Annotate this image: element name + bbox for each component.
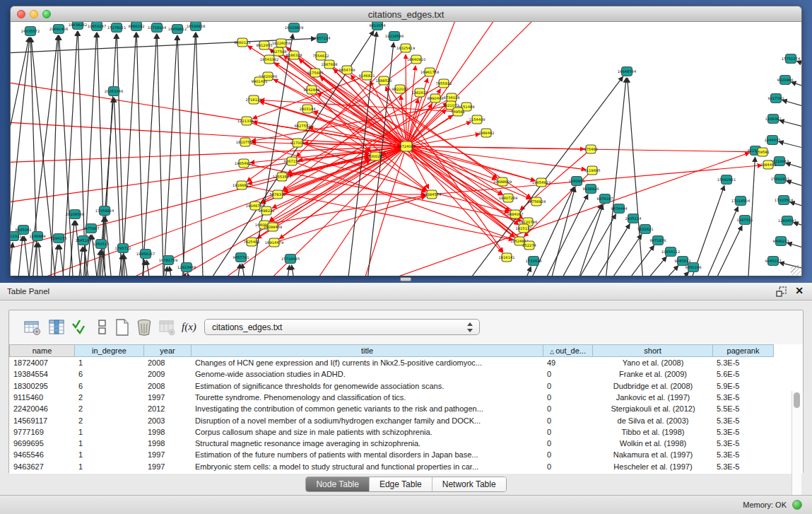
graph-edge[interactable] — [28, 243, 37, 276]
graph-node[interactable] — [298, 122, 307, 130]
graph-node[interactable] — [758, 148, 767, 156]
graph-node[interactable] — [96, 240, 107, 249]
graph-edge[interactable] — [231, 264, 240, 276]
graph-edge[interactable] — [792, 82, 801, 95]
graph-node[interactable] — [498, 177, 507, 186]
graph-node[interactable] — [182, 263, 192, 272]
graph-node[interactable] — [118, 244, 129, 253]
graph-edge[interactable] — [693, 226, 742, 276]
graph-node[interactable] — [109, 87, 119, 96]
graph-node[interactable] — [242, 117, 252, 125]
graph-node[interactable] — [302, 105, 312, 113]
graph-node[interactable] — [510, 210, 520, 218]
graph-node[interactable] — [503, 194, 513, 202]
graph-edge[interactable] — [412, 146, 756, 152]
float-panel-icon[interactable] — [776, 286, 787, 297]
function-builder-icon[interactable]: f(x) — [182, 318, 200, 337]
graph-node[interactable] — [425, 68, 435, 76]
graph-node[interactable] — [529, 257, 539, 266]
graph-node[interactable] — [250, 201, 260, 210]
graph-node[interactable] — [519, 224, 529, 233]
graph-node[interactable] — [614, 204, 625, 214]
graph-edge[interactable] — [505, 267, 531, 276]
column-settings-icon[interactable] — [23, 318, 42, 337]
graph-edge[interactable] — [623, 266, 678, 276]
network-table-select[interactable]: citations_edges.txt — [204, 319, 480, 335]
graph-node[interactable] — [268, 223, 278, 231]
graph-node[interactable] — [775, 157, 785, 166]
graph-node[interactable] — [415, 88, 425, 97]
graph-node[interactable] — [628, 214, 639, 223]
network-graph[interactable]: 2403557220691406196382621065328715276021… — [11, 22, 801, 276]
graph-node[interactable] — [286, 255, 296, 264]
graph-node[interactable] — [453, 107, 463, 116]
canvas-resize-grip[interactable] — [791, 265, 801, 275]
tab-edge-table[interactable]: Edge Table — [370, 477, 433, 491]
column-header-pagerank[interactable]: pagerank — [712, 344, 774, 357]
graph-edge[interactable] — [786, 163, 801, 176]
graph-node[interactable] — [33, 232, 43, 241]
graph-edge[interactable] — [608, 257, 666, 276]
graph-edge[interactable] — [635, 271, 689, 276]
graph-node[interactable] — [768, 257, 779, 266]
graph-node[interactable] — [447, 93, 457, 102]
graph-node[interactable] — [514, 237, 524, 245]
graph-node[interactable] — [362, 71, 372, 80]
graph-node[interactable] — [316, 52, 326, 60]
tab-network-table[interactable]: Network Table — [433, 477, 506, 491]
graph-node[interactable] — [600, 194, 611, 204]
memory-status-indicator[interactable] — [792, 500, 802, 510]
graph-edge[interactable] — [124, 255, 134, 276]
graph-edge[interactable] — [779, 120, 801, 134]
graph-edge[interactable] — [401, 95, 406, 141]
graph-node[interactable] — [277, 173, 287, 181]
table-row[interactable]: 911546021997Tourette syndrome. Phenomeno… — [9, 392, 792, 403]
column-header-title[interactable]: title — [191, 344, 543, 357]
graph-node[interactable] — [54, 25, 64, 34]
graph-edge[interactable] — [38, 243, 49, 276]
graph-node[interactable] — [736, 197, 746, 206]
graph-node[interactable] — [324, 60, 334, 69]
table-row[interactable]: 1830029562008Estimation of significance … — [9, 380, 792, 392]
select-all-icon[interactable] — [71, 318, 89, 337]
graph-node[interactable] — [370, 152, 380, 160]
graph-edge[interactable] — [73, 247, 83, 276]
graph-edge[interactable] — [408, 22, 463, 141]
row-height-icon[interactable] — [93, 318, 112, 337]
table-row[interactable]: 946362711997Embryonic stem cells: a mode… — [9, 461, 792, 472]
graph-node[interactable] — [163, 256, 174, 265]
graph-edge[interactable] — [11, 78, 401, 146]
graph-edge[interactable] — [136, 33, 145, 276]
graph-node[interactable] — [502, 253, 512, 262]
table-row[interactable]: 1872400712008Changes of HCN gene express… — [9, 357, 792, 368]
graph-node[interactable] — [411, 55, 421, 64]
graph-node[interactable] — [771, 94, 782, 103]
graph-node[interactable] — [236, 253, 247, 262]
graph-edge[interactable] — [787, 181, 801, 194]
graph-node[interactable] — [653, 236, 664, 245]
graph-node[interactable] — [11, 232, 19, 241]
graph-node[interactable] — [372, 22, 383, 30]
graph-node[interactable] — [261, 206, 271, 215]
graph-node[interactable] — [254, 77, 264, 86]
graph-node[interactable] — [293, 139, 302, 147]
split-divider-handle[interactable] — [400, 277, 411, 281]
graph-node[interactable] — [776, 237, 787, 246]
graph-edge[interactable] — [170, 267, 180, 276]
graph-node[interactable] — [264, 55, 274, 64]
graph-node[interactable] — [779, 196, 789, 205]
table-row[interactable]: 1938455462009Genome-wide association stu… — [9, 368, 792, 380]
graph-node[interactable] — [572, 177, 582, 186]
close-panel-icon[interactable]: ✕ — [795, 285, 804, 296]
graph-node[interactable] — [172, 25, 183, 34]
graph-node[interactable] — [586, 145, 596, 153]
table-row[interactable]: 946554611997Estimation of the future num… — [9, 449, 792, 460]
graph-node[interactable] — [152, 23, 163, 33]
table-row[interactable]: 1456911722003Disruption of a novel membe… — [9, 415, 792, 426]
delete-column-icon[interactable] — [135, 318, 153, 337]
graph-node[interactable] — [775, 175, 786, 184]
graph-node[interactable] — [678, 257, 688, 266]
graph-node[interactable] — [780, 76, 791, 85]
graph-node[interactable] — [78, 236, 89, 245]
graph-node[interactable] — [86, 224, 97, 233]
